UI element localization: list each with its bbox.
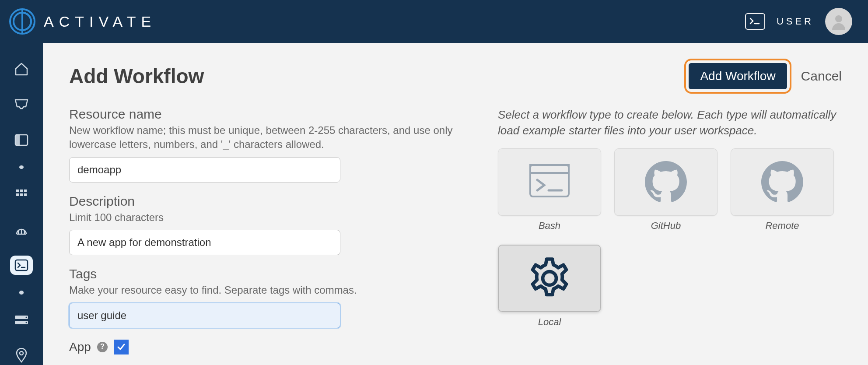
user-label: USER <box>777 16 814 27</box>
top-bar: ACTIVATE USER <box>0 0 868 43</box>
terminal-icon <box>749 18 761 25</box>
terminal-small-icon <box>14 259 28 271</box>
svg-point-15 <box>26 322 27 323</box>
header-right: USER <box>745 8 852 35</box>
add-workflow-button[interactable]: Add Workflow <box>689 63 787 89</box>
sidebar-item-grid[interactable] <box>10 185 33 204</box>
help-icon[interactable] <box>97 342 108 352</box>
svg-rect-8 <box>16 193 19 196</box>
svg-rect-18 <box>530 165 569 173</box>
sidebar-item-panel[interactable] <box>10 130 33 150</box>
svg-rect-5 <box>16 190 19 192</box>
bug-icon <box>14 223 29 237</box>
cancel-link[interactable]: Cancel <box>801 69 842 84</box>
sidebar-separator-dot <box>19 291 24 295</box>
app-label: App <box>69 340 91 354</box>
inbox-icon <box>14 98 29 111</box>
workflow-card-bash[interactable] <box>498 148 601 216</box>
card-wrap-bash: Bash <box>498 148 601 232</box>
pin-icon <box>16 348 27 363</box>
sidebar-item-bug[interactable] <box>10 220 33 240</box>
svg-point-2 <box>835 15 842 22</box>
card-label-local: Local <box>538 316 561 328</box>
field-description: Description Limit 100 characters <box>69 194 472 255</box>
github-remote-icon <box>761 161 803 203</box>
app-checkbox[interactable] <box>114 340 129 354</box>
sidebar <box>0 43 43 365</box>
github-icon <box>645 161 687 203</box>
picker-column: Select a workflow type to create below. … <box>498 107 842 354</box>
sidebar-item-location[interactable] <box>10 345 33 365</box>
bash-window-icon <box>528 162 571 202</box>
field-resource-name: Resource name New workflow name; this mu… <box>69 107 472 182</box>
description-input[interactable] <box>69 230 340 255</box>
resource-name-label: Resource name <box>69 107 472 122</box>
page-title: Add Workflow <box>69 64 204 88</box>
user-icon <box>830 13 847 30</box>
card-wrap-local: Local <box>498 245 601 328</box>
svg-rect-17 <box>530 165 569 197</box>
form-column: Resource name New workflow name; this mu… <box>69 107 472 354</box>
sidebar-item-terminal[interactable] <box>10 256 33 275</box>
svg-point-16 <box>20 351 23 355</box>
workflow-type-cards: Bash GitHub <box>498 148 842 328</box>
svg-rect-7 <box>24 190 27 192</box>
brand-logo-icon <box>9 8 36 35</box>
tags-label: Tags <box>69 267 472 281</box>
panel-icon <box>14 134 28 146</box>
sidebar-item-inbox[interactable] <box>10 95 33 115</box>
workflow-card-github[interactable] <box>614 148 718 216</box>
svg-rect-10 <box>24 193 27 196</box>
svg-point-14 <box>26 317 27 318</box>
card-label-bash: Bash <box>539 220 560 232</box>
svg-rect-11 <box>15 260 28 270</box>
tags-input[interactable] <box>69 303 340 328</box>
sidebar-item-storage[interactable] <box>10 310 33 330</box>
avatar[interactable] <box>825 8 852 35</box>
workflow-card-local[interactable] <box>498 245 601 312</box>
add-workflow-highlight: Add Workflow <box>684 59 791 94</box>
description-help: Limit 100 characters <box>69 211 472 225</box>
sidebar-item-home[interactable] <box>10 60 33 79</box>
main-content: Add Workflow Add Workflow Cancel Resourc… <box>43 43 868 365</box>
storage-icon <box>14 315 29 325</box>
gear-icon <box>525 254 574 302</box>
card-label-remote: Remote <box>765 220 799 232</box>
card-wrap-github: GitHub <box>614 148 718 232</box>
workflow-card-remote[interactable] <box>731 148 834 216</box>
page-head: Add Workflow Add Workflow Cancel <box>69 59 842 94</box>
svg-rect-9 <box>20 193 23 196</box>
svg-rect-4 <box>15 135 20 145</box>
sidebar-separator-dot <box>19 165 24 169</box>
svg-rect-6 <box>20 190 23 192</box>
tags-help: Make your resource easy to find. Separat… <box>69 283 472 297</box>
brand-text: ACTIVATE <box>44 13 156 30</box>
resource-name-input[interactable] <box>69 157 340 182</box>
svg-point-19 <box>543 271 556 285</box>
picker-intro: Select a workflow type to create below. … <box>498 107 842 139</box>
description-label: Description <box>69 194 472 209</box>
field-tags: Tags Make your resource easy to find. Se… <box>69 267 472 328</box>
terminal-button[interactable] <box>745 13 765 30</box>
card-wrap-remote: Remote <box>731 148 834 232</box>
home-icon <box>14 62 29 77</box>
grid-icon <box>15 189 28 201</box>
resource-name-help: New workflow name; this must be unique, … <box>69 123 472 152</box>
field-app: App <box>69 340 472 354</box>
brand: ACTIVATE <box>9 8 156 35</box>
card-label-github: GitHub <box>651 220 681 232</box>
